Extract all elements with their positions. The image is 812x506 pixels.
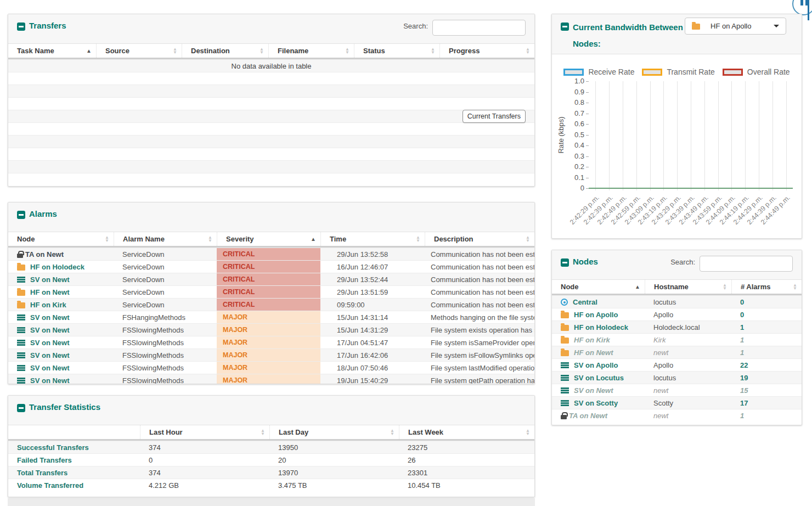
stat-value-cell: 26 — [399, 454, 534, 466]
nodes-search-input[interactable] — [700, 256, 793, 272]
column-header-last-hour[interactable]: Last Hour▲▼ — [140, 425, 269, 439]
collapse-icon[interactable] — [17, 23, 25, 31]
alarm-name-cell: FSSlowingMethods — [114, 374, 217, 384]
column-label: Alarm Name — [123, 235, 165, 243]
transfers-title: Transfers — [29, 21, 66, 30]
table-row[interactable]: HF on HolodeckHolodeck.local1 — [552, 321, 802, 333]
node-link[interactable]: SV on Newt — [30, 326, 70, 334]
alarm-count: 1 — [740, 412, 744, 420]
node-link[interactable]: SV on Newt — [30, 351, 70, 359]
table-row — [8, 148, 534, 160]
column-label: Destination — [191, 47, 230, 55]
column-header-last-day[interactable]: Last Day▲▼ — [269, 425, 399, 439]
node-link[interactable]: SV on Newt — [30, 376, 70, 385]
description-cell: File system getPath operation has sl... — [425, 374, 534, 384]
collapse-icon[interactable] — [561, 258, 569, 267]
column-header-last-week[interactable]: Last Week▲▼ — [399, 425, 534, 439]
column-header-description[interactable]: Description▲▼ — [425, 232, 534, 246]
node-link[interactable]: HF on Kirk — [30, 301, 66, 309]
table-row[interactable]: SV on ApolloApollo22 — [552, 358, 802, 371]
node-link[interactable]: TA on Newt — [25, 250, 64, 258]
column-header-source[interactable]: Source▲▼ — [96, 44, 182, 58]
node-link[interactable]: HF on Kirk — [574, 336, 610, 344]
table-row[interactable]: TA on Newtnewt1 — [552, 409, 802, 421]
column-header-task-name[interactable]: Task Name▲ — [8, 44, 96, 58]
stat-link[interactable]: Failed Transfers — [17, 456, 72, 464]
node-link[interactable]: HF on Apollo — [574, 311, 618, 319]
stat-link[interactable]: Volume Transferred — [17, 481, 83, 490]
node-link[interactable]: SV on Newt — [30, 313, 70, 322]
node-link[interactable]: SV on Scotty — [574, 399, 618, 407]
node-link[interactable]: SV on Newt — [30, 364, 70, 372]
column-header--alarms[interactable]: # Alarms▲▼ — [731, 280, 802, 294]
transfers-search-input[interactable] — [432, 20, 526, 36]
collapse-icon[interactable] — [17, 404, 25, 412]
table-row[interactable]: HF on HolodeckServiceDownCRITICAL16/Jun … — [8, 260, 534, 273]
alarms-panel-header: Alarms — [8, 203, 534, 232]
table-row[interactable]: SV on Newtnewt15 — [552, 384, 802, 396]
lock-icon — [561, 415, 567, 419]
column-label: Hostname — [654, 283, 689, 291]
nodes-panel: Nodes Search: Node▲Hostname▲▼# Alarms▲▼ … — [551, 250, 802, 425]
table-row[interactable]: TA on NewtServiceDownCRITICAL29/Jun 13:5… — [8, 248, 534, 260]
node-select-dropdown[interactable]: HF on Apollo — [685, 18, 786, 35]
table-row[interactable]: SV on NewtFSSlowingMethodsMAJOR17/Jun 04… — [8, 336, 534, 348]
hostname-cell: locutus — [645, 296, 731, 308]
table-row[interactable]: SV on NewtFSSlowingMethodsMAJOR15/Jun 14… — [8, 323, 534, 336]
minus-icon — [562, 26, 567, 27]
table-row[interactable]: SV on NewtFSSlowingMethodsMAJOR19/Jun 15… — [8, 374, 534, 384]
legend-item: Overall Rate — [723, 68, 790, 76]
table-row[interactable]: HF on NewtServiceDownCRITICAL29/Jun 13:5… — [8, 285, 534, 298]
column-header-time[interactable]: Time▲▼ — [320, 232, 425, 246]
description-cell: File system lastModified operation h... — [425, 362, 534, 374]
node-link[interactable]: SV on Apollo — [574, 361, 618, 369]
node-link[interactable]: HF on Holodeck — [30, 263, 84, 271]
table-row[interactable]: SV on NewtFSSlowingMethodsMAJOR18/Jun 07… — [8, 361, 534, 374]
current-transfers-button[interactable]: Current Transfers — [463, 110, 526, 123]
collapse-icon[interactable] — [561, 23, 569, 31]
alarm-count: 1 — [740, 336, 744, 344]
column-header-filename[interactable]: Filename▲▼ — [268, 44, 354, 58]
sort-both-icon: ▲▼ — [526, 236, 530, 243]
column-header-severity[interactable]: Severity▲ — [217, 232, 320, 246]
table-row: Total Transfers3741397023301 — [8, 466, 534, 479]
column-header-node[interactable]: Node▲ — [552, 280, 645, 294]
transfers-panel-header: Transfers Search: — [8, 14, 534, 44]
stat-link[interactable]: Successful Transfers — [17, 443, 89, 452]
table-row[interactable]: SV on ScottyScotty17 — [552, 396, 802, 409]
column-header-destination[interactable]: Destination▲▼ — [182, 44, 268, 58]
column-header-hostname[interactable]: Hostname▲▼ — [645, 280, 731, 294]
table-row[interactable]: SV on NewtFSSlowingMethodsMAJOR17/Jun 16… — [8, 348, 534, 361]
node-link[interactable]: HF on Newt — [30, 288, 70, 296]
node-link[interactable]: SV on Newt — [30, 276, 70, 284]
column-header-empty[interactable] — [8, 425, 140, 439]
table-row[interactable]: HF on KirkServiceDownCRITICAL09:59:00Com… — [8, 298, 534, 311]
node-link[interactable]: SV on Newt — [574, 386, 613, 395]
node-link[interactable]: SV on Newt — [30, 339, 70, 347]
table-row[interactable]: SV on NewtServiceDownCRITICAL29/Jun 13:5… — [8, 273, 534, 285]
node-link[interactable]: SV on Locutus — [574, 374, 624, 382]
collapse-icon[interactable] — [17, 211, 25, 219]
column-header-progress[interactable]: Progress▲▼ — [439, 44, 534, 58]
stat-value-cell: 0 — [140, 454, 269, 466]
column-header-alarm-name[interactable]: Alarm Name▲▼ — [114, 232, 217, 246]
node-link[interactable]: HF on Newt — [574, 348, 613, 357]
table-row[interactable]: Centrallocutus0 — [552, 295, 802, 308]
column-header-node[interactable]: Node▲▼ — [8, 232, 114, 246]
folder-icon — [561, 325, 569, 331]
column-header-status[interactable]: Status▲▼ — [354, 44, 439, 58]
sort-both-icon: ▲▼ — [431, 48, 435, 54]
table-row[interactable]: HF on KirkKirk1 — [552, 333, 802, 346]
gridline — [772, 81, 773, 190]
node-link[interactable]: TA on Newt — [569, 412, 607, 420]
table-row[interactable]: HF on Newtnewt1 — [552, 346, 802, 358]
description-cell: Communication has not been establ... — [425, 248, 534, 260]
node-link[interactable]: HF on Holodeck — [574, 323, 628, 331]
stat-link[interactable]: Total Transfers — [17, 469, 67, 477]
table-row[interactable]: HF on ApolloApollo0 — [552, 308, 802, 321]
table-row[interactable]: SV on Locutuslocutus19 — [552, 371, 802, 384]
node-link[interactable]: Central — [573, 298, 597, 306]
hostname-cell: Holodeck.local — [645, 321, 731, 333]
legend-label: Receive Rate — [588, 68, 634, 76]
table-row[interactable]: SV on NewtFSHangingMethodsMAJOR15/Jun 14… — [8, 311, 534, 323]
